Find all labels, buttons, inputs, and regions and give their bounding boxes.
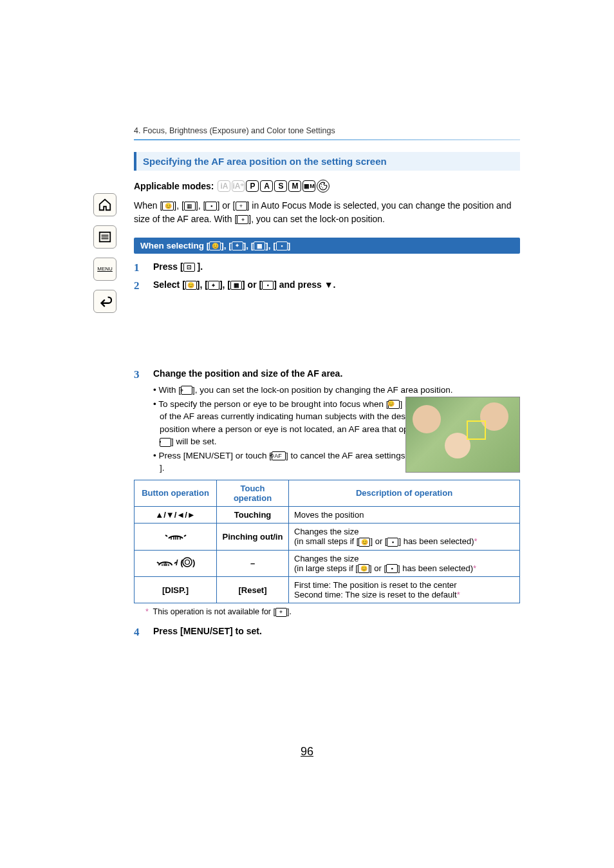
rear-dial-icon (135, 523, 217, 550)
svg-text:): ) (192, 558, 195, 567)
down-arrow-icon: ▼ (324, 279, 333, 290)
front-dial-control-dial-icon: / () (135, 550, 217, 577)
af-frame-overlay (467, 420, 486, 440)
step-number: 1 (134, 261, 144, 274)
af-off-icon: ⟲AF (272, 451, 286, 460)
step-4: 4 Press [MENU/SET] to set. (134, 626, 520, 639)
home-icon[interactable] (93, 193, 116, 216)
breadcrumb: 4. Focus, Brightness (Exposure) and Colo… (134, 126, 520, 135)
face-detect-icon: 😊 (358, 538, 370, 547)
one-area-icon: ▪ (262, 281, 274, 290)
sub-section-title: When selecting [😊], [⌖], [▦], [▪] (134, 238, 520, 254)
sidebar: MENU (93, 193, 119, 322)
menu-icon[interactable]: MENU (93, 258, 116, 281)
svg-point-6 (322, 187, 323, 188)
multi-area-icon: ▦ (254, 241, 265, 250)
af-point-icon: ⊡ (183, 263, 195, 272)
mode-p: P (246, 180, 259, 192)
mode-a: A (260, 180, 273, 192)
operations-table: Button operation Touch operation Descrip… (134, 480, 520, 603)
col-description: Description of operation (289, 480, 520, 506)
page-number[interactable]: 96 (0, 745, 614, 759)
face-detect-icon: 😊 (162, 202, 174, 211)
mode-creative-icon (317, 180, 330, 193)
step-number: 3 (134, 368, 144, 381)
step-2: 2 Select [😊], [⌖], [▦] or [▪] and press … (134, 279, 520, 292)
svg-point-9 (185, 560, 189, 565)
table-row: [DISP.] [Reset] First time: The position… (135, 577, 520, 603)
applicable-label: Applicable modes: (134, 181, 214, 191)
tracking-icon: ⌖ (181, 386, 192, 395)
multi-area-icon: ▦ (184, 202, 196, 211)
face-detect-icon: 😊 (358, 564, 369, 573)
one-area-icon: ▪ (205, 202, 217, 211)
face-detect-icon: 😊 (388, 400, 400, 409)
one-area-icon: ▪ (387, 538, 398, 547)
mode-movie-icon: ▦M (302, 180, 315, 192)
tracking-icon: ⌖ (237, 215, 248, 224)
example-photo (405, 397, 520, 473)
col-touch-op: Touch operation (217, 480, 289, 506)
face-detect-icon: 😊 (209, 241, 221, 250)
footnote: * This operation is not available for [⌖… (145, 607, 520, 617)
section-title: Specifying the AF area position on the s… (134, 152, 520, 171)
svg-point-4 (321, 184, 322, 185)
one-area-icon: ▪ (386, 564, 398, 573)
tracking-icon: ⌖ (232, 241, 243, 250)
multi-area-icon: ▦ (230, 281, 242, 290)
table-row: / () – Changes the size(in large steps i… (135, 550, 520, 577)
back-icon[interactable] (93, 290, 116, 313)
col-button-op: Button operation (135, 480, 217, 506)
tracking-icon: ⌖ (208, 281, 219, 290)
mode-m: M (288, 180, 301, 192)
step-number: 4 (134, 626, 144, 639)
step-1: 1 Press [⊡ ]. (134, 261, 520, 274)
page-content: 4. Focus, Brightness (Exposure) and Colo… (134, 126, 520, 644)
mode-badges: iA iA⁺ P A S M ▦M (218, 180, 330, 193)
svg-point-5 (321, 186, 322, 187)
applicable-modes: Applicable modes: iA iA⁺ P A S M ▦M (134, 180, 520, 193)
tracking-icon: ⌖ (275, 608, 287, 617)
one-area-icon: ▪ (276, 241, 288, 250)
face-detect-icon: 😊 (185, 281, 197, 290)
table-row: Pinching out/in Changes the size(in smal… (135, 523, 520, 550)
breadcrumb-divider (134, 139, 520, 140)
one-area-icon: ▪ (160, 438, 171, 447)
intro-text: When [😊], [▦], [▪] or [+] in Auto Focus … (134, 199, 520, 226)
mode-iap-icon: iA⁺ (232, 180, 245, 192)
step-number: 2 (134, 279, 144, 292)
pinpoint-icon: + (236, 202, 247, 211)
table-row: ▲/▼/◄/► Touching Moves the position (135, 506, 520, 523)
contents-icon[interactable] (93, 225, 116, 249)
mode-ia-icon: iA (218, 180, 230, 192)
svg-point-8 (183, 558, 192, 567)
mode-s: S (274, 180, 287, 192)
